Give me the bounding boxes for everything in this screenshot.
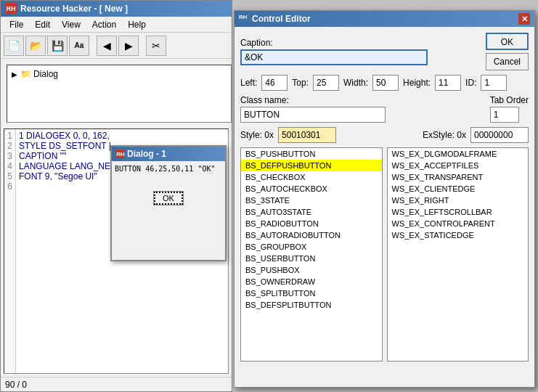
folder-icon: 📁 xyxy=(20,69,31,79)
ce-close-button[interactable]: ✕ xyxy=(518,13,530,25)
line-numbers: 1 2 3 4 5 6 xyxy=(4,129,16,373)
main-app-icon: RH xyxy=(5,3,17,15)
classname-input[interactable] xyxy=(240,107,386,123)
style-list[interactable]: BS_PUSHBUTTONBS_DEFPUSHBUTTONBS_CHECKBOX… xyxy=(240,147,383,362)
style-list-item[interactable]: BS_3STATE xyxy=(241,195,382,206)
left-label: Left: xyxy=(240,78,257,88)
style-list-item[interactable]: BS_AUTORADIOBUTTON xyxy=(241,229,382,241)
line-num-5: 5 xyxy=(7,171,12,181)
menu-help[interactable]: Help xyxy=(122,17,152,32)
toolbar-back-btn[interactable]: ◀ xyxy=(97,36,117,56)
height-label: Height: xyxy=(403,78,431,88)
classname-label: Class name: xyxy=(240,95,477,105)
style-list-item[interactable]: BS_SPLITBUTTON xyxy=(241,287,382,299)
menu-file[interactable]: File xyxy=(4,17,29,32)
top-label: Top: xyxy=(292,78,309,88)
status-text: 90 / 0 xyxy=(5,380,27,390)
toolbar-scissors-btn[interactable]: ✂ xyxy=(146,36,166,56)
exstyle-list-item[interactable]: WS_EX_CONTROLPARENT xyxy=(388,218,529,229)
toolbar-forward-btn[interactable]: ▶ xyxy=(118,36,139,56)
control-editor-dialog: RH Control Editor ✕ Caption: OK Cancel L… xyxy=(234,10,535,388)
dialog-preview-title-text: Dialog - 1 xyxy=(127,149,166,159)
caption-row: Caption: OK Cancel xyxy=(240,33,529,70)
style-list-item[interactable]: BS_CHECKBOX xyxy=(241,171,382,183)
style-label: Style: 0x xyxy=(240,130,274,140)
main-title: Resource Hacker - [ New ] xyxy=(20,4,128,14)
ce-title-left: RH Control Editor xyxy=(239,14,311,24)
style-list-item[interactable]: BS_GROUPBOX xyxy=(241,241,382,253)
ce-btn-group: OK Cancel xyxy=(486,33,529,70)
dialog-content: BUTTON 46,25,50,11 "OK" xyxy=(112,161,225,176)
id-label: ID: xyxy=(465,78,476,88)
ce-cancel-button[interactable]: Cancel xyxy=(486,53,529,70)
style-row: Style: 0x ExStyle: 0x xyxy=(240,127,529,143)
toolbar-textmode-btn[interactable]: Aa xyxy=(69,36,89,56)
ce-body: Caption: OK Cancel Left: Top: Width: Hei… xyxy=(235,27,534,387)
exstyle-list-item[interactable]: WS_EX_LEFTSCROLLBAR xyxy=(388,206,529,218)
dialog-preview-area: OK xyxy=(112,176,225,220)
exstyle-label: ExStyle: 0x xyxy=(423,130,466,140)
exstyle-list-item[interactable]: WS_EX_RIGHT xyxy=(388,195,529,206)
exstyle-list-item[interactable]: WS_EX_DLGMODALFRAME xyxy=(388,148,529,160)
line-num-1: 1 xyxy=(7,131,12,141)
classname-row: Class name: Tab Order xyxy=(240,95,529,123)
dialog-code-line: BUTTON 46,25,50,11 "OK" xyxy=(115,164,222,173)
tree-item-label: Dialog xyxy=(33,69,58,79)
dialog-preview-window: RH Dialog - 1 BUTTON 46,25,50,11 "OK" OK xyxy=(110,145,227,261)
dialog-rh-icon: RH xyxy=(116,150,125,158)
ce-title-text: Control Editor xyxy=(252,14,311,24)
exstyle-list-item[interactable]: WS_EX_ACCEPTFILES xyxy=(388,160,529,171)
style-list-item[interactable]: BS_AUTO3STATE xyxy=(241,206,382,218)
style-list-item[interactable]: BS_PUSHBOX xyxy=(241,264,382,276)
style-list-item[interactable]: BS_DEFSPLITBUTTON xyxy=(241,299,382,311)
menu-action[interactable]: Action xyxy=(86,17,122,32)
line-num-2: 2 xyxy=(7,141,12,151)
toolbar-open-btn[interactable]: 📂 xyxy=(25,36,46,56)
left-input[interactable] xyxy=(261,75,288,91)
style-input[interactable] xyxy=(278,127,336,143)
toolbar-new-btn[interactable]: 📄 xyxy=(4,36,24,56)
line-num-6: 6 xyxy=(7,181,12,192)
exstyle-input[interactable] xyxy=(470,127,529,143)
exstyle-list-item[interactable]: WS_EX_TRANSPARENT xyxy=(388,171,529,183)
style-list-item[interactable]: BS_OWNERDRAW xyxy=(241,276,382,287)
taborder-label: Tab Order xyxy=(490,95,529,105)
style-list-item[interactable]: BS_DEFPUSHBUTTON xyxy=(241,160,382,171)
lists-container: BS_PUSHBUTTONBS_DEFPUSHBUTTONBS_CHECKBOX… xyxy=(240,147,529,381)
tree-arrow-icon: ▶ xyxy=(12,70,20,78)
dimensions-row: Left: Top: Width: Height: ID: xyxy=(240,75,529,91)
ce-ok-button[interactable]: OK xyxy=(486,33,529,50)
menu-bar: File Edit View Action Help xyxy=(1,17,232,33)
line-num-4: 4 xyxy=(7,161,12,171)
caption-label: Caption: xyxy=(240,38,481,48)
status-bar: 90 / 0 xyxy=(1,377,232,391)
style-list-item[interactable]: BS_USERBUTTON xyxy=(241,253,382,264)
tree-item-dialog[interactable]: ▶ 📁 Dialog xyxy=(10,68,228,80)
ce-rh-icon: RH xyxy=(239,14,249,24)
exstyle-list-item[interactable]: WS_EX_STATICEDGE xyxy=(388,229,529,241)
style-list-item[interactable]: BS_PUSHBUTTON xyxy=(241,148,382,160)
menu-view[interactable]: View xyxy=(56,17,86,32)
toolbar: 📄 📂 💾 Aa ◀ ▶ ✂ xyxy=(1,33,232,59)
toolbar-save-btn[interactable]: 💾 xyxy=(47,36,68,56)
exstyle-list[interactable]: WS_EX_DLGMODALFRAMEWS_EX_ACCEPTFILESWS_E… xyxy=(387,147,529,362)
exstyle-list-item[interactable]: WS_EX_CLIENTEDGE xyxy=(388,183,529,195)
width-input[interactable] xyxy=(372,75,399,91)
id-input[interactable] xyxy=(481,75,507,91)
tree-panel: ▶ 📁 Dialog xyxy=(7,65,232,123)
height-input[interactable] xyxy=(435,75,461,91)
taborder-input[interactable] xyxy=(490,107,519,123)
width-label: Width: xyxy=(343,78,368,88)
dialog-ok-button[interactable]: OK xyxy=(153,191,184,205)
line-num-3: 3 xyxy=(7,151,12,161)
main-title-bar: RH Resource Hacker - [ New ] xyxy=(1,1,232,17)
caption-input[interactable] xyxy=(240,49,428,65)
dialog-preview-title: RH Dialog - 1 xyxy=(112,147,225,161)
style-list-item[interactable]: BS_AUTOCHECKBOX xyxy=(241,183,382,195)
top-input[interactable] xyxy=(313,75,339,91)
menu-edit[interactable]: Edit xyxy=(29,17,56,32)
ce-title-bar: RH Control Editor ✕ xyxy=(235,11,534,27)
style-list-item[interactable]: BS_RADIOBUTTON xyxy=(241,218,382,229)
